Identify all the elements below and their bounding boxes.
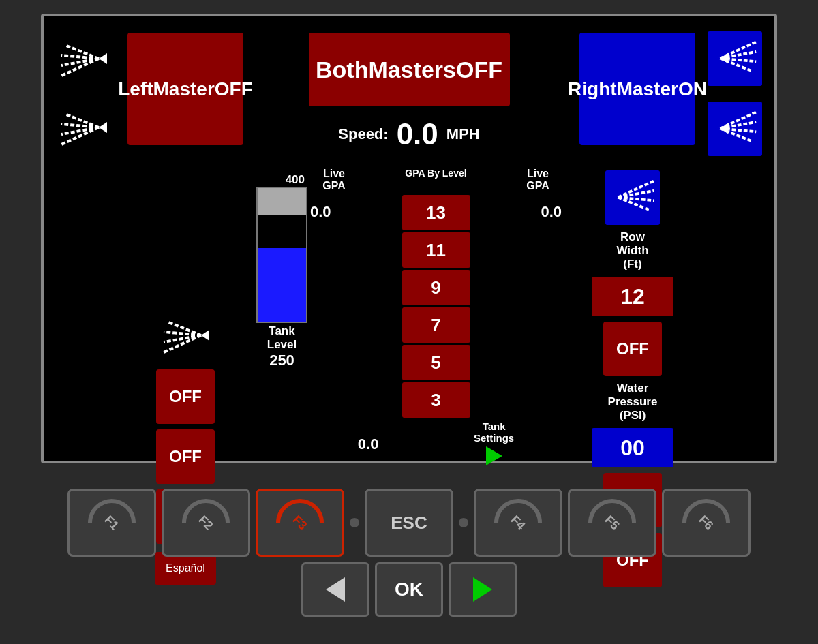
tank-empty-zone [258,188,306,215]
dot-indicator-left [350,518,359,527]
function-key-row: F1 F2 F3 ESC F4 F5 [41,489,777,557]
tank-settings-area: TankSettings [474,420,514,468]
speed-value: 0.0 [397,117,438,151]
f6-label: F6 [696,512,716,533]
gpa-level-11[interactable]: 11 [402,232,470,268]
left-off-button-2[interactable]: OFF [156,429,215,484]
row-width-label: RowWidth(Ft) [616,230,648,271]
back-arrow-icon [326,577,345,602]
f3-label: F3 [290,512,310,533]
left-spray-icons-top [49,22,117,165]
f6-button[interactable]: F6 [662,489,751,557]
f5-button[interactable]: F5 [568,489,656,557]
gpa-level-3[interactable]: 3 [402,382,470,418]
esc-button[interactable]: ESC [365,489,453,557]
speed-label: Speed: [338,125,388,143]
gpa-output-value: 0.0 [358,435,379,453]
svg-line-3 [65,45,99,59]
f2-arc: F2 [172,489,240,557]
spray-icon-right-2 [710,104,759,153]
f1-arc: F1 [78,489,146,557]
ok-button[interactable]: OK [375,562,443,617]
top-center-area: Both Masters OFF Speed: 0.0 MPH [254,22,564,165]
top-right-master-area: Right Master ON [564,22,701,165]
tank-max-value: 400 [286,173,305,187]
spray-icon-left-1 [58,33,109,85]
both-masters-button[interactable]: Both Masters OFF [309,33,510,106]
f5-label: F5 [602,512,622,533]
gpa-levels-area: LiveGPA GPA By Level LiveGPA 0.0 13 11 9… [310,168,562,468]
gpa-level-9[interactable]: 9 [402,270,470,305]
tank-level-area: 400 TankLevel 250 [256,168,307,369]
tank-level-value: 250 [269,352,294,369]
f1-label: F1 [102,512,122,533]
water-pressure-label: WaterPressure(PSI) [608,382,658,423]
spray-icon-left-mid [160,310,211,361]
spray-icon-right-mid [605,170,660,225]
dot-indicator-right [459,518,468,527]
f2-button[interactable]: F2 [162,489,250,557]
main-panel: Left Master OFF Both Masters OFF Speed: … [41,14,777,463]
gpa-right-value: 0.0 [541,203,562,221]
f4-label: F4 [508,512,528,533]
nav-row: OK [301,562,517,617]
speed-row: Speed: 0.0 MPH [338,117,479,151]
svg-line-23 [167,322,201,335]
tank-fill-zone [258,248,306,322]
right-spray-icons-top [701,22,769,165]
gpa-by-level-header: GPA By Level [405,168,466,192]
gpa-left-label: LiveGPA [310,168,358,192]
f5-arc: F5 [579,489,646,557]
f4-button[interactable]: F4 [474,489,562,557]
gpa-right-values: 0.0 [541,195,562,221]
f2-label: F2 [196,512,216,533]
gpa-level-5[interactable]: 5 [402,345,470,380]
svg-marker-24 [201,330,209,341]
gpa-right-label: LiveGPA [514,168,562,192]
water-pressure-value: 00 [592,428,673,467]
tank-settings-label: TankSettings [474,420,514,444]
tank-settings-play-button[interactable] [482,444,506,468]
svg-marker-19 [720,123,728,133]
forward-button[interactable] [449,562,517,617]
tank-visual [256,187,307,323]
f3-arc: F3 [267,489,334,557]
f4-arc: F4 [485,489,552,557]
right-master-button[interactable]: Right Master ON [579,33,695,145]
svg-marker-4 [99,53,107,64]
tank-level-label: TankLevel [267,324,297,352]
spray-icon-right-1 [710,34,759,83]
top-left-master-area: Left Master OFF [117,22,254,165]
f6-arc: F6 [673,489,740,557]
spray-icon-left-2 [58,102,109,153]
svg-line-8 [65,114,99,127]
back-button[interactable] [301,562,369,617]
gpa-level-7[interactable]: 7 [402,307,470,343]
f1-button[interactable]: F1 [67,489,156,557]
left-master-button[interactable]: Left Master OFF [127,33,243,145]
right-off-button-1[interactable]: OFF [603,322,662,376]
svg-marker-9 [99,122,107,133]
speed-unit: MPH [446,125,480,143]
ok-label: OK [395,579,423,600]
row-width-value: 12 [592,277,673,316]
f3-button[interactable]: F3 [256,489,344,557]
play-triangle-icon [486,446,502,465]
gpa-left-value: 0.0 [310,203,331,221]
gpa-level-13[interactable]: 13 [402,195,470,230]
gpa-level-buttons: 13 11 9 7 5 3 [402,195,470,418]
left-off-button-1[interactable]: OFF [156,369,215,424]
svg-marker-14 [720,52,728,63]
forward-arrow-icon [473,577,492,602]
bottom-bar: F1 F2 F3 ESC F4 F5 [41,489,777,617]
gpa-left-values: 0.0 [310,195,331,221]
svg-line-28 [618,198,650,211]
